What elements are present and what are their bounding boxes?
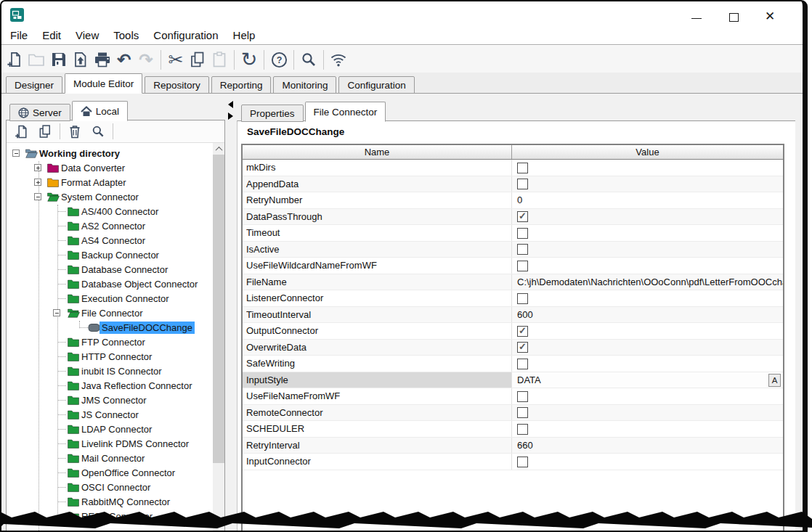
property-value-cell[interactable]: DATAA bbox=[512, 372, 783, 388]
tree-item-backup-connector[interactable]: Backup Connector bbox=[7, 247, 211, 262]
tree-item-data-converter[interactable]: Data Converter bbox=[7, 160, 211, 175]
new-module-icon[interactable] bbox=[12, 123, 31, 140]
expander-plus-icon[interactable] bbox=[34, 179, 41, 186]
checkbox-unchecked-icon[interactable] bbox=[517, 391, 528, 402]
property-row-overwritedata[interactable]: OverwriteData✓ bbox=[243, 340, 783, 356]
checkbox-checked-icon[interactable]: ✓ bbox=[517, 342, 528, 353]
property-row-remoteconnector[interactable]: RemoteConnector bbox=[243, 405, 783, 422]
tree-item-system-connector[interactable]: System Connector bbox=[7, 189, 211, 204]
checkbox-unchecked-icon[interactable] bbox=[517, 228, 528, 239]
tree-item-rabbitmq-connector[interactable]: RabbitMQ Connector bbox=[7, 494, 211, 509]
tree-item-format-adapter[interactable]: Format Adapter bbox=[7, 175, 211, 189]
property-value-cell[interactable] bbox=[512, 176, 783, 192]
column-header-name[interactable]: Name bbox=[243, 145, 512, 159]
property-value-cell[interactable]: ✓ bbox=[512, 340, 783, 356]
tree-item-database-object-connector[interactable]: Database Object Connector bbox=[7, 277, 211, 291]
property-row-safewriting[interactable]: SafeWriting bbox=[243, 356, 783, 372]
property-value-cell[interactable]: 600 bbox=[512, 307, 783, 323]
tree-item-osci-connector[interactable]: OSCI Connector bbox=[7, 480, 211, 494]
scrollbar-thumb[interactable] bbox=[213, 155, 224, 463]
tab-reporting[interactable]: Reporting bbox=[211, 76, 272, 94]
property-row-retrynumber[interactable]: RetryNumber0 bbox=[243, 192, 783, 209]
tree-item-as4-connector[interactable]: AS4 Connector bbox=[7, 233, 211, 247]
property-row-timeout[interactable]: Timeout bbox=[243, 225, 783, 242]
wifi-icon[interactable] bbox=[328, 49, 349, 70]
undo-icon[interactable]: ↶ bbox=[114, 49, 134, 70]
tree-scrollbar[interactable] bbox=[213, 143, 224, 532]
tree-item-http-connector[interactable]: HTTP Connector bbox=[7, 349, 211, 364]
property-value-cell[interactable] bbox=[512, 225, 783, 241]
checkbox-unchecked-icon[interactable] bbox=[517, 163, 528, 173]
property-row-filename[interactable]: FileNameC:\jh\Demodaten\Nachrichten\OOoC… bbox=[243, 274, 783, 291]
refresh-icon[interactable]: ↻ bbox=[239, 49, 259, 70]
property-row-mkdirs[interactable]: mkDirs bbox=[243, 160, 783, 176]
property-value[interactable]: 600 bbox=[517, 307, 783, 323]
property-row-usefilewildcardnamefromwf[interactable]: UseFileWildcardNameFromWF bbox=[243, 258, 783, 274]
checkbox-checked-icon[interactable]: ✓ bbox=[517, 326, 528, 337]
property-value-cell[interactable]: ✓ bbox=[512, 209, 783, 225]
menu-tools[interactable]: Tools bbox=[106, 29, 146, 41]
property-row-appenddata[interactable]: AppendData bbox=[243, 176, 783, 193]
tree-item-execution-connector[interactable]: Execution Connector bbox=[7, 291, 211, 306]
delete-module-icon[interactable] bbox=[65, 123, 84, 140]
search-icon[interactable] bbox=[299, 49, 319, 70]
property-row-inputconnector[interactable]: InputConnector bbox=[243, 454, 783, 470]
property-value-cell[interactable] bbox=[512, 454, 783, 470]
tree-item-inubit-is-connector[interactable]: inubit IS Connector bbox=[7, 364, 211, 378]
close-button[interactable]: ✕ bbox=[765, 9, 775, 25]
tree-item-as-400-connector[interactable]: AS/400 Connector bbox=[7, 204, 211, 218]
expander-minus-icon[interactable] bbox=[12, 150, 20, 157]
tab-repository[interactable]: Repository bbox=[145, 76, 209, 94]
property-value[interactable]: 660 bbox=[517, 438, 783, 454]
value-editor-button[interactable]: A bbox=[768, 374, 781, 387]
menu-view[interactable]: View bbox=[68, 29, 106, 41]
scroll-up-icon[interactable] bbox=[213, 143, 224, 155]
maximize-button[interactable] bbox=[729, 13, 739, 22]
help-icon[interactable]: ? bbox=[269, 49, 289, 70]
property-value-cell[interactable]: 0 bbox=[512, 192, 783, 208]
tree-item-mail-connector[interactable]: Mail Connector bbox=[7, 451, 211, 465]
expander-plus-icon[interactable] bbox=[34, 164, 41, 171]
property-value-cell[interactable] bbox=[512, 242, 783, 258]
tree-item-jms-connector[interactable]: JMS Connector bbox=[7, 393, 211, 407]
checkbox-unchecked-icon[interactable] bbox=[517, 293, 528, 304]
tree-item-file-connector[interactable]: File Connector bbox=[7, 306, 211, 320]
tree-item-openoffice-connector[interactable]: OpenOffice Connector bbox=[7, 465, 211, 480]
import-document-icon[interactable] bbox=[70, 49, 91, 70]
property-row-scheduler[interactable]: SCHEDULER bbox=[243, 421, 783, 438]
search-modules-icon[interactable] bbox=[89, 123, 107, 140]
print-icon[interactable] bbox=[92, 49, 113, 70]
property-value-cell[interactable]: ✓ bbox=[512, 323, 783, 339]
checkbox-unchecked-icon[interactable] bbox=[517, 359, 528, 369]
menu-configuration[interactable]: Configuration bbox=[146, 29, 225, 41]
property-row-isactive[interactable]: IsActive bbox=[243, 242, 783, 258]
property-row-outputconnector[interactable]: OutputConnector✓ bbox=[243, 323, 783, 340]
property-row-listenerconnector[interactable]: ListenerConnector bbox=[243, 290, 783, 307]
checkbox-unchecked-icon[interactable] bbox=[517, 261, 528, 271]
checkbox-unchecked-icon[interactable] bbox=[517, 407, 528, 418]
tab-configuration[interactable]: Configuration bbox=[338, 76, 414, 94]
property-value-cell[interactable] bbox=[512, 405, 783, 421]
collapse-left-icon[interactable] bbox=[228, 101, 233, 108]
tab-monitoring[interactable]: Monitoring bbox=[273, 76, 336, 94]
property-value-cell[interactable]: 660 bbox=[512, 438, 783, 454]
checkbox-unchecked-icon[interactable] bbox=[517, 457, 528, 467]
property-row-timeoutinterval[interactable]: TimeoutInterval600 bbox=[243, 307, 783, 324]
checkbox-unchecked-icon[interactable] bbox=[517, 244, 528, 255]
property-value-cell[interactable] bbox=[512, 290, 783, 306]
checkbox-unchecked-icon[interactable] bbox=[517, 179, 528, 189]
copy-module-icon[interactable] bbox=[36, 123, 54, 140]
tree-item-ldap-connector[interactable]: LDAP Connector bbox=[7, 422, 211, 436]
property-value-cell[interactable] bbox=[512, 258, 783, 274]
property-value-cell[interactable] bbox=[512, 356, 783, 372]
new-document-icon[interactable] bbox=[5, 49, 25, 70]
expander-minus-icon[interactable] bbox=[34, 193, 41, 200]
tree-item-as2-connector[interactable]: AS2 Connector bbox=[7, 218, 211, 233]
property-value[interactable]: C:\jh\Demodaten\Nachrichten\OOoConn\pdf\… bbox=[517, 274, 783, 290]
tab-designer[interactable]: Designer bbox=[6, 76, 62, 94]
tree-item-database-connector[interactable]: Database Connector bbox=[7, 262, 211, 277]
property-value-cell[interactable]: C:\jh\Demodaten\Nachrichten\OOoConn\pdf\… bbox=[512, 274, 783, 290]
collapse-right-icon[interactable] bbox=[228, 112, 233, 120]
property-value-cell[interactable] bbox=[512, 160, 783, 176]
tree-item-js-connector[interactable]: JS Connector bbox=[7, 407, 211, 422]
